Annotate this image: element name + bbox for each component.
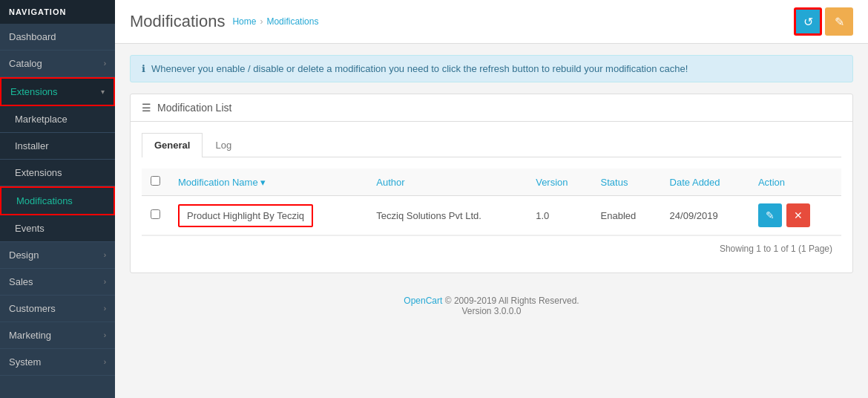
info-icon: ℹ <box>142 63 145 74</box>
row-checkbox[interactable] <box>151 209 160 219</box>
breadcrumb: Home › Modifications <box>232 16 318 27</box>
col-name-label: Modification Name ▾ <box>178 177 266 188</box>
modification-status: Enabled <box>601 210 637 221</box>
edit-button[interactable]: ✎ <box>825 7 853 36</box>
sidebar-item-sales[interactable]: Sales › <box>0 269 115 296</box>
page-title-area: Modifications Home › Modifications <box>130 12 318 31</box>
page-title: Modifications <box>130 12 225 31</box>
sidebar-item-extensions-sub[interactable]: Extensions <box>0 160 115 186</box>
sidebar-item-label: Extensions <box>10 86 58 97</box>
col-checkbox <box>142 169 169 196</box>
sidebar-item-dashboard[interactable]: Dashboard <box>0 24 115 50</box>
modification-version: 1.0 <box>536 210 549 221</box>
sidebar-item-label: Extensions <box>15 167 62 178</box>
sidebar-item-installer[interactable]: Installer <box>0 133 115 160</box>
pencil-icon: ✎ <box>835 15 844 29</box>
col-action-label: Action <box>758 177 785 188</box>
select-all-checkbox[interactable] <box>151 176 160 186</box>
modification-date: 24/09/2019 <box>670 210 718 221</box>
sidebar-item-label: Customers <box>9 303 56 314</box>
footer: OpenCart © 2009-2019 All Rights Reserved… <box>130 284 853 327</box>
sidebar-item-marketing[interactable]: Marketing › <box>0 322 115 349</box>
sidebar-item-customers[interactable]: Customers › <box>0 296 115 322</box>
col-author: Author <box>367 169 527 196</box>
alert-message: Whenever you enable / disable or delete … <box>151 63 688 74</box>
footer-copyright: OpenCart © 2009-2019 All Rights Reserved… <box>141 296 842 306</box>
col-status: Status <box>592 169 661 196</box>
alert-banner: ℹ Whenever you enable / disable or delet… <box>130 55 853 82</box>
sidebar-item-label: Sales <box>9 276 33 287</box>
chevron-right-icon: › <box>104 304 106 313</box>
main-content: Modifications Home › Modifications ↺ ✎ ℹ… <box>115 0 868 398</box>
list-icon: ☰ <box>142 102 151 114</box>
breadcrumb-home[interactable]: Home <box>232 16 256 27</box>
col-author-label: Author <box>376 177 404 188</box>
col-date-added: Date Added <box>661 169 749 196</box>
chevron-down-icon: ▾ <box>101 88 105 96</box>
panel-body: General Log Modification Name ▾ <box>131 122 852 273</box>
sidebar-item-design[interactable]: Design › <box>0 242 115 269</box>
footer-version: Version 3.0.0.0 <box>141 306 842 316</box>
footer-copyright-text: © 2009-2019 All Rights Reserved. <box>445 296 579 306</box>
sidebar-item-label: Modifications <box>16 195 73 206</box>
modifications-table: Modification Name ▾ Author Version Statu… <box>142 169 841 235</box>
modification-name: Product Highlight By Tecziq <box>178 204 313 227</box>
row-version-cell: 1.0 <box>527 196 591 235</box>
row-author-cell: Tecziq Solutions Pvt Ltd. <box>367 196 527 235</box>
row-action-cell: ✎ ✕ <box>749 196 841 235</box>
modification-author: Tecziq Solutions Pvt Ltd. <box>376 210 481 221</box>
sidebar-item-marketplace[interactable]: Marketplace <box>0 106 115 133</box>
col-version-label: Version <box>536 177 568 188</box>
panel-heading: ☰ Modification List <box>131 94 852 122</box>
topbar: Modifications Home › Modifications ↺ ✎ <box>115 0 868 44</box>
sidebar-item-label: Dashboard <box>9 31 56 42</box>
table-row: Product Highlight By Tecziq Tecziq Solut… <box>142 196 841 235</box>
col-name[interactable]: Modification Name ▾ <box>169 169 367 196</box>
sidebar-item-system[interactable]: System › <box>0 349 115 376</box>
col-action: Action <box>749 169 841 196</box>
link-icon: ✎ <box>766 209 775 221</box>
col-status-label: Status <box>601 177 628 188</box>
content-area: ℹ Whenever you enable / disable or delet… <box>115 44 868 398</box>
col-date-added-label: Date Added <box>670 177 720 188</box>
tab-log[interactable]: Log <box>203 133 244 157</box>
tab-general[interactable]: General <box>142 133 203 157</box>
sidebar-item-label: Installer <box>15 140 49 151</box>
col-version: Version <box>527 169 591 196</box>
sidebar-item-label: Design <box>9 249 39 261</box>
sidebar-header: NAVIGATION <box>0 0 115 24</box>
sidebar-item-label: Marketplace <box>15 114 68 125</box>
row-checkbox-cell <box>142 196 169 235</box>
chevron-right-icon: › <box>104 358 106 366</box>
footer-brand[interactable]: OpenCart <box>404 296 442 306</box>
refresh-button[interactable]: ↺ <box>794 7 822 36</box>
topbar-actions: ↺ ✎ <box>794 7 853 36</box>
sidebar-item-label: System <box>9 356 41 368</box>
delete-row-button[interactable]: ✕ <box>786 203 810 227</box>
refresh-icon: ↺ <box>803 15 813 29</box>
delete-icon: ✕ <box>794 209 803 221</box>
sidebar: NAVIGATION Dashboard Catalog › Extension… <box>0 0 115 398</box>
breadcrumb-separator: › <box>260 16 263 27</box>
sidebar-item-modifications[interactable]: Modifications <box>0 186 115 215</box>
tabs: General Log <box>142 133 841 157</box>
chevron-right-icon: › <box>104 331 106 339</box>
sidebar-item-label: Catalog <box>9 58 42 69</box>
row-name-cell: Product Highlight By Tecziq <box>169 196 367 235</box>
row-date-cell: 24/09/2019 <box>661 196 749 235</box>
breadcrumb-current[interactable]: Modifications <box>266 16 318 27</box>
pagination-info: Showing 1 to 1 of 1 (1 Page) <box>142 235 841 261</box>
sidebar-item-catalog[interactable]: Catalog › <box>0 50 115 77</box>
table-wrap: Modification Name ▾ Author Version Statu… <box>142 169 841 261</box>
sidebar-item-label: Marketing <box>9 330 51 341</box>
chevron-right-icon: › <box>104 251 106 259</box>
sidebar-item-label: Events <box>15 223 45 234</box>
panel-title: Modification List <box>157 102 231 114</box>
chevron-right-icon: › <box>104 278 106 286</box>
edit-row-button[interactable]: ✎ <box>758 203 782 227</box>
chevron-right-icon: › <box>104 59 106 68</box>
sidebar-item-extensions[interactable]: Extensions ▾ <box>0 77 115 106</box>
row-status-cell: Enabled <box>592 196 661 235</box>
sidebar-item-events[interactable]: Events <box>0 215 115 242</box>
modification-list-panel: ☰ Modification List General Log <box>130 94 853 273</box>
